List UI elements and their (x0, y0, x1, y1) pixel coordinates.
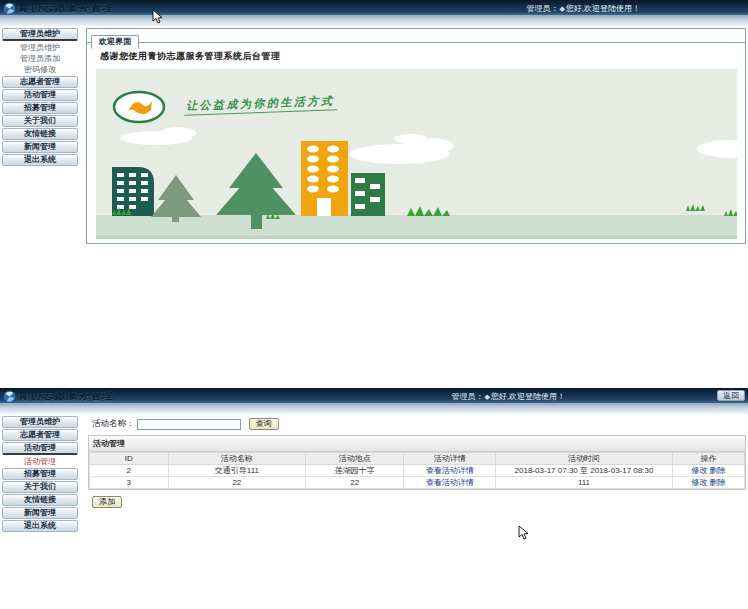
sidebar-item-admin[interactable]: 管理员维护 (2, 28, 78, 41)
admin-status: 管理员：◆您好,欢迎登陆使用！ (451, 391, 565, 402)
cell-place: 莲湖园十字 (306, 465, 404, 477)
column-header-id: ID (90, 453, 169, 465)
cell-name: 22 (168, 477, 306, 489)
banner-illustration: 让公益成为你的生活方式 (96, 69, 737, 239)
app-title: 青协志愿服务管理 (18, 0, 114, 15)
search-button[interactable]: 查询 (249, 418, 279, 430)
column-header-name: 活动名称 (168, 453, 306, 465)
sidebar-item-activities[interactable]: 活动管理 (2, 89, 78, 101)
sidebar-item-recruit[interactable]: 招募管理 (2, 102, 78, 114)
top-header: 青协志愿服务管理 管理员：◆您好,欢迎登陆使用！ 返回 (0, 388, 748, 403)
sidebar-item-about[interactable]: 关于我们 (2, 115, 78, 127)
add-button[interactable]: 添加 (92, 496, 122, 508)
edit-link[interactable]: 修改 (691, 478, 707, 487)
app-title: 青协志愿服务管理 (18, 388, 114, 403)
sidebar-item-recruit[interactable]: 招募管理 (2, 468, 78, 480)
page: 青协志愿服务管理 管理员：◆您好,欢迎登陆使用！ 管理员维护 管理员维护 管理员… (0, 0, 748, 609)
tab-bar: 欢迎界面 (87, 29, 745, 43)
diamond-icon: ◆ (559, 5, 564, 12)
sidebar-sub-activities[interactable]: 活动管理 (2, 456, 78, 467)
sidebar-sub-admin-add[interactable]: 管理员添加 (2, 53, 78, 64)
cell-time: 2018-03-17 07:30 至 2018-03-17 08:30 (496, 465, 673, 477)
ground (96, 215, 737, 239)
table-row: 3 22 22 查看活动详情 111 修改 删除 (90, 477, 745, 489)
column-header-actions: 操作 (672, 453, 744, 465)
table-header-row: ID 活动名称 活动地点 活动详情 活动时间 操作 (90, 453, 745, 465)
cell-id: 2 (90, 465, 169, 477)
column-header-time: 活动时间 (496, 453, 673, 465)
sidebar-item-about[interactable]: 关于我们 (2, 481, 78, 493)
delete-link[interactable]: 删除 (710, 466, 726, 475)
sidebar: 管理员维护 志愿者管理 活动管理 活动管理 招募管理 关于我们 友情链接 新闻管… (2, 416, 78, 533)
search-label: 活动名称： (92, 418, 135, 430)
search-bar: 活动名称： 查询 (92, 417, 746, 431)
sidebar-item-logout[interactable]: 退出系统 (2, 154, 78, 166)
app-logo-icon (3, 1, 16, 14)
sidebar-item-volunteers[interactable]: 志愿者管理 (2, 429, 78, 441)
table-title: 活动管理 (89, 436, 745, 452)
orange-building-icon (301, 141, 348, 216)
teal-building-icon (112, 167, 154, 216)
search-input[interactable] (137, 419, 241, 430)
column-header-detail: 活动详情 (404, 453, 496, 465)
cell-place: 22 (306, 477, 404, 489)
cell-name: 交通引导111 (168, 465, 306, 477)
activities-content: 活动名称： 查询 活动管理 ID 活动名称 活动地点 活动详情 活动时间 (88, 416, 746, 508)
banner-logo-icon (114, 92, 164, 122)
sidebar: 管理员维护 管理员维护 管理员添加 密码修改 志愿者管理 活动管理 招募管理 关… (2, 28, 78, 167)
sidebar-subgroup-activities: 活动管理 (2, 456, 78, 467)
green-building-icon (351, 173, 385, 216)
screen-welcome: 青协志愿服务管理 管理员：◆您好,欢迎登陆使用！ 管理员维护 管理员维护 管理员… (0, 0, 748, 388)
back-button[interactable]: 返回 (717, 390, 745, 401)
sidebar-item-logout[interactable]: 退出系统 (2, 520, 78, 532)
activities-table-box: 活动管理 ID 活动名称 活动地点 活动详情 活动时间 操作 2 (88, 435, 746, 490)
sidebar-item-admin[interactable]: 管理员维护 (2, 416, 78, 428)
view-detail-link[interactable]: 查看活动详情 (426, 478, 474, 487)
sidebar-subgroup-admin: 管理员维护 管理员添加 密码修改 (2, 42, 78, 75)
welcome-panel: 欢迎界面 感谢您使用青协志愿服务管理系统后台管理 (86, 28, 746, 244)
screen-activities: 青协志愿服务管理 管理员：◆您好,欢迎登陆使用！ 返回 管理员维护 志愿者管理 … (0, 388, 748, 609)
delete-link[interactable]: 删除 (710, 478, 726, 487)
cell-time: 111 (496, 477, 673, 489)
cursor-icon (152, 9, 164, 25)
top-header: 青协志愿服务管理 管理员：◆您好,欢迎登陆使用！ (0, 0, 748, 15)
sidebar-item-activities[interactable]: 活动管理 (2, 442, 78, 455)
sidebar-sub-password[interactable]: 密码修改 (2, 64, 78, 75)
diamond-icon: ◆ (484, 393, 489, 400)
view-detail-link[interactable]: 查看活动详情 (426, 466, 474, 475)
tab-welcome[interactable]: 欢迎界面 (91, 35, 139, 49)
column-header-place: 活动地点 (306, 453, 404, 465)
header-gradient-strip (0, 403, 748, 414)
cursor-icon (518, 525, 530, 541)
sidebar-sub-admin-maintain[interactable]: 管理员维护 (2, 42, 78, 53)
banner-scene (96, 69, 737, 239)
admin-status: 管理员：◆您好,欢迎登陆使用！ (526, 3, 640, 14)
welcome-text: 感谢您使用青协志愿服务管理系统后台管理 (100, 50, 745, 63)
sidebar-item-links[interactable]: 友情链接 (2, 494, 78, 506)
sidebar-item-news[interactable]: 新闻管理 (2, 141, 78, 153)
app-logo-icon (3, 389, 16, 402)
cell-id: 3 (90, 477, 169, 489)
header-gradient-strip (0, 15, 748, 26)
sidebar-item-links[interactable]: 友情链接 (2, 128, 78, 140)
edit-link[interactable]: 修改 (691, 466, 707, 475)
sidebar-item-volunteers[interactable]: 志愿者管理 (2, 76, 78, 88)
activities-table: ID 活动名称 活动地点 活动详情 活动时间 操作 2 交通引导111 莲湖园十… (89, 452, 745, 489)
sidebar-item-news[interactable]: 新闻管理 (2, 507, 78, 519)
table-row: 2 交通引导111 莲湖园十字 查看活动详情 2018-03-17 07:30 … (90, 465, 745, 477)
